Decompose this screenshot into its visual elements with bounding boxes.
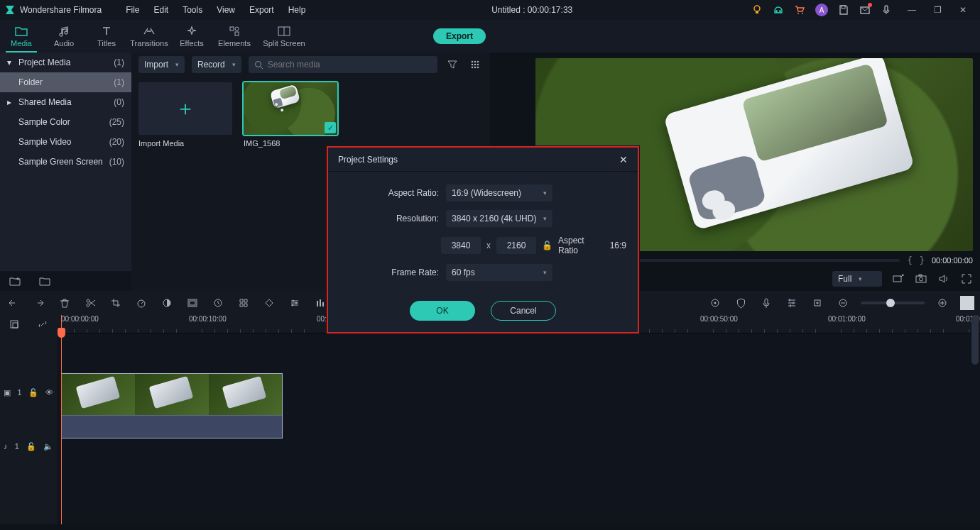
eye-icon[interactable]: 👁 <box>45 388 53 397</box>
lock-icon[interactable]: 🔓 <box>26 442 36 451</box>
zoom-fit-button[interactable] <box>960 296 974 310</box>
delete-icon[interactable] <box>57 295 72 311</box>
bracket-in-icon[interactable]: { <box>907 255 912 265</box>
headset-icon[interactable] <box>773 4 784 16</box>
sidebar-item-sample-color[interactable]: Sample Color (25) <box>0 112 131 132</box>
tab-elements[interactable]: Elements <box>213 20 256 53</box>
sidebar-item-count: (1) <box>114 57 124 67</box>
video-track-header[interactable]: ▣ 1 🔓 👁 <box>0 383 57 402</box>
mic-icon[interactable] <box>881 4 892 16</box>
timeline-vertical-scrollbar[interactable] <box>971 315 979 365</box>
ok-button[interactable]: OK <box>410 301 475 321</box>
window-maximize-button[interactable]: ❐ <box>925 0 950 20</box>
tab-audio[interactable]: Audio <box>43 20 85 53</box>
cart-icon[interactable] <box>794 4 805 16</box>
sidebar-item-sample-video[interactable]: Sample Video (20) <box>0 132 131 152</box>
audio-track-header[interactable]: ♪ 1 🔓 🔈 <box>0 437 57 456</box>
import-media-tile[interactable]: ＋ Import Media <box>138 82 232 148</box>
audiomix-icon[interactable] <box>312 295 328 311</box>
timeline-track-headers: ▣ 1 🔓 👁 ♪ 1 🔓 🔈 <box>0 315 57 524</box>
undo-icon[interactable] <box>6 295 21 311</box>
mute-icon[interactable]: 🔈 <box>43 442 53 451</box>
zoom-out-icon[interactable] <box>835 295 851 311</box>
menu-view[interactable]: View <box>209 2 242 18</box>
import-media-thumb[interactable]: ＋ <box>138 82 232 135</box>
filter-icon[interactable] <box>445 57 460 72</box>
tab-effects[interactable]: Effects <box>170 20 213 53</box>
marker-add-icon[interactable] <box>810 295 825 311</box>
resolution-height-input[interactable] <box>496 237 536 254</box>
auto-ripple-icon[interactable] <box>707 295 723 311</box>
media-item-label: Import Media <box>138 139 232 148</box>
import-dropdown[interactable]: Import▾ <box>138 56 185 73</box>
zoom-knob[interactable] <box>886 299 895 307</box>
media-thumb[interactable]: ✓ <box>244 82 337 135</box>
redo-icon[interactable] <box>31 295 47 311</box>
lock-aspect-icon[interactable]: 🔓 <box>542 241 552 250</box>
scissors-icon[interactable] <box>82 295 98 311</box>
media-item-img-1568[interactable]: ✓ IMG_1568 <box>244 82 337 148</box>
detach-preview-icon[interactable] <box>892 271 905 287</box>
record-dropdown[interactable]: Record▾ <box>192 56 241 73</box>
voiceover-icon[interactable] <box>758 295 774 311</box>
search-media[interactable] <box>249 56 437 73</box>
framerate-select[interactable]: 60 fps▾ <box>446 264 552 281</box>
volume-icon[interactable] <box>937 271 950 287</box>
properties-icon[interactable] <box>784 295 800 311</box>
window-minimize-button[interactable]: — <box>899 0 925 20</box>
search-input[interactable] <box>268 60 432 70</box>
tab-splitscreen[interactable]: Split Screen <box>256 20 312 53</box>
zoom-in-icon[interactable] <box>935 295 950 311</box>
cancel-button[interactable]: Cancel <box>491 301 556 321</box>
sidebar-item-label: Sample Video <box>18 137 72 147</box>
menu-export[interactable]: Export <box>242 2 281 18</box>
menu-edit[interactable]: Edit <box>147 2 176 18</box>
window-close-button[interactable]: ✕ <box>950 0 976 20</box>
zoom-slider[interactable] <box>861 302 925 304</box>
menu-file[interactable]: File <box>119 2 146 18</box>
save-icon[interactable] <box>838 4 849 16</box>
grid-view-icon[interactable] <box>467 57 483 72</box>
adjust-icon[interactable] <box>287 295 303 311</box>
speed-icon[interactable] <box>134 295 149 311</box>
idea-icon[interactable] <box>751 4 763 16</box>
tab-media[interactable]: Media <box>0 20 43 53</box>
preview-quality-dropdown[interactable]: Full▾ <box>832 271 882 287</box>
color-icon[interactable] <box>159 295 175 311</box>
fullscreen-icon[interactable] <box>960 271 973 287</box>
envelope-notif-icon[interactable] <box>859 4 871 16</box>
export-button[interactable]: Export <box>433 28 486 44</box>
sidebar-item-folder[interactable]: Folder (1) <box>0 72 131 92</box>
avatar[interactable]: A <box>815 4 828 16</box>
menu-help[interactable]: Help <box>281 2 313 18</box>
link-icon[interactable] <box>6 316 22 332</box>
playhead[interactable] <box>61 315 62 524</box>
crop-icon[interactable] <box>108 295 124 311</box>
unlink-icon[interactable] <box>35 316 50 332</box>
render-icon[interactable] <box>236 295 251 311</box>
resolution-select[interactable]: 3840 x 2160 (4k UHD)▾ <box>446 210 552 227</box>
aspect-ratio-select[interactable]: 16:9 (Widescreen)▾ <box>446 184 552 201</box>
sidebar-item-project-media[interactable]: ▾Project Media (1) <box>0 53 131 72</box>
greenscreen-icon[interactable] <box>185 295 200 311</box>
new-folder-icon[interactable] <box>37 273 53 289</box>
speedramp-icon[interactable] <box>210 295 226 311</box>
ruler-tick: 00:00:50:00 <box>700 315 738 323</box>
sidebar-item-shared-media[interactable]: ▸Shared Media (0) <box>0 92 131 112</box>
transition-icon <box>143 25 156 38</box>
timeline-body[interactable]: 00:00:00:0000:00:10:0000:00:20:0000:00:3… <box>57 315 980 524</box>
close-icon[interactable]: ✕ <box>619 154 628 165</box>
new-folder-plus-icon[interactable] <box>7 273 23 289</box>
tab-transitions[interactable]: Transitions <box>128 20 170 53</box>
keyframe-icon[interactable] <box>261 295 277 311</box>
timeline-clip[interactable]: ▸IMG_1568 <box>61 373 283 438</box>
sidebar-item-sample-green-screen[interactable]: Sample Green Screen (10) <box>0 152 131 172</box>
tab-titles[interactable]: Titles <box>85 20 128 53</box>
video-track-icon: ▣ <box>4 388 11 397</box>
menu-tools[interactable]: Tools <box>175 2 209 18</box>
lock-icon[interactable]: 🔓 <box>28 388 38 397</box>
resolution-width-input[interactable] <box>441 237 481 254</box>
bracket-out-icon[interactable]: } <box>920 255 925 265</box>
snapshot-icon[interactable] <box>915 271 927 287</box>
shield-icon[interactable] <box>733 295 748 311</box>
